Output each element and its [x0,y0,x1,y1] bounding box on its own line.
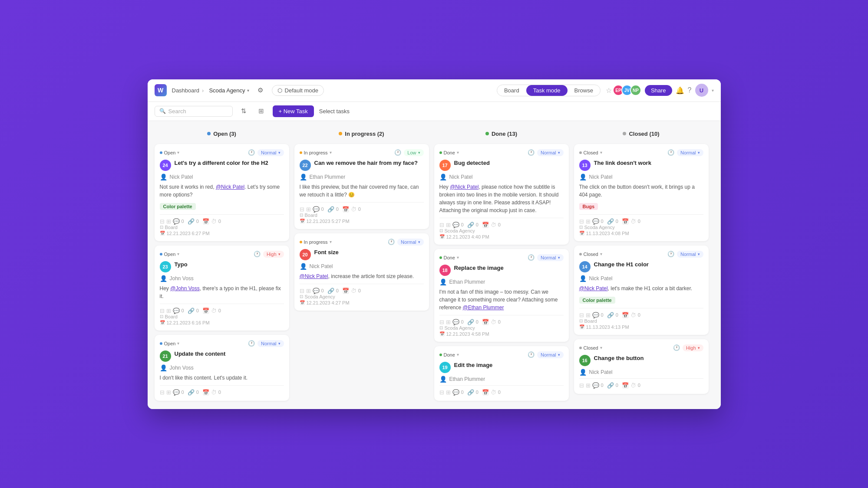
copy-icon-card-17[interactable]: ⊞ [446,222,451,228]
priority-badge-card-24[interactable]: Normal ▾ [257,149,284,156]
calendar-icon-card-24[interactable]: 📅 [202,218,209,225]
card-card-22[interactable]: In progress ▾ 🕐 Low ▾ 22 Can we remove t… [294,144,429,229]
bookmark-icon-card-13[interactable]: ⊟ [579,218,584,225]
calendar-icon-card-22[interactable]: 📅 [342,206,349,213]
time-icon-card-22[interactable]: ⏱ [351,206,356,213]
notifications-button[interactable]: 🔔 [676,86,684,95]
select-tasks-button[interactable]: Select tasks [319,108,350,115]
priority-badge-card-18[interactable]: Normal ▾ [537,254,563,261]
card-card-23[interactable]: Open ▾ 🕐 High ▾ 23 Typo 👤 John Voss Hey [155,246,289,331]
comment-icon-card-20[interactable]: 💬 [313,288,320,294]
time-icon-card-19[interactable]: ⏱ [491,389,496,396]
calendar-icon-card-19[interactable]: 📅 [482,389,489,396]
priority-badge-card-14[interactable]: Normal ▾ [677,251,703,258]
time-icon-card-18[interactable]: ⏱ [491,319,496,325]
time-icon-card-24[interactable]: ⏱ [211,218,217,225]
priority-badge-card-16[interactable]: High ▾ [683,344,703,351]
comment-icon-card-18[interactable]: 💬 [452,319,459,325]
comment-icon-card-16[interactable]: 💬 [592,382,599,389]
sort-button[interactable]: ⇅ [238,105,250,117]
calendar-icon-card-17[interactable]: 📅 [482,222,489,228]
copy-icon-card-18[interactable]: ⊞ [446,319,451,325]
copy-icon-card-14[interactable]: ⊞ [586,312,591,318]
card-status-card-17[interactable]: Done ▾ [439,150,459,155]
calendar-icon-card-23[interactable]: 📅 [202,308,209,314]
search-input[interactable]: Search [168,108,186,115]
share-button[interactable]: Share [645,85,672,96]
card-card-24[interactable]: Open ▾ 🕐 Normal ▾ 24 Let's try a differe… [155,144,289,241]
tab-board[interactable]: Board [497,85,526,96]
search-box[interactable]: 🔍 Search [155,106,233,117]
card-card-20[interactable]: In progress ▾ 🕐 Normal ▾ 20 Font size 👤 … [294,233,429,311]
calendar-icon-card-14[interactable]: 📅 [622,312,629,318]
new-task-button[interactable]: + New Task [273,105,314,117]
card-status-card-24[interactable]: Open ▾ [160,150,180,155]
breadcrumb-home[interactable]: Dashboard [172,87,200,94]
card-card-16[interactable]: Closed ▾ 🕐 High ▾ 16 Change the button 👤… [574,339,709,394]
priority-badge-card-22[interactable]: Low ▾ [404,149,423,156]
bookmark-icon-card-20[interactable]: ⊟ [300,288,304,294]
time-icon-card-14[interactable]: ⏱ [630,312,636,318]
comment-icon-card-21[interactable]: 💬 [173,389,180,396]
priority-badge-card-21[interactable]: Normal ▾ [257,340,284,347]
card-card-18[interactable]: Done ▾ 🕐 Normal ▾ 18 Replace the image 👤… [434,249,569,342]
link-icon-card-17[interactable]: 🔗 [467,222,474,228]
comment-icon-card-24[interactable]: 💬 [173,218,180,225]
bookmark-icon-card-18[interactable]: ⊟ [439,319,444,325]
link-icon-card-21[interactable]: 🔗 [188,389,195,396]
bookmark-icon-card-23[interactable]: ⊟ [160,308,165,314]
bookmark-icon-card-24[interactable]: ⊟ [160,218,165,225]
priority-badge-card-23[interactable]: High ▾ [263,251,284,258]
comment-icon-card-22[interactable]: 💬 [313,206,320,213]
calendar-icon-card-20[interactable]: 📅 [342,288,349,294]
link-icon-card-20[interactable]: 🔗 [327,288,334,294]
card-card-19[interactable]: Done ▾ 🕐 Normal ▾ 19 Edit the image 👤 Et… [434,346,569,401]
copy-icon-card-23[interactable]: ⊞ [166,308,171,314]
card-status-card-14[interactable]: Closed ▾ [579,252,602,257]
comment-icon-card-17[interactable]: 💬 [452,222,459,228]
comment-icon-card-14[interactable]: 💬 [592,312,599,318]
bookmark-icon-card-16[interactable]: ⊟ [579,382,584,389]
breadcrumb-current[interactable]: Scoda Agency ▾ [209,87,249,94]
calendar-icon-card-13[interactable]: 📅 [622,218,629,225]
time-icon-card-17[interactable]: ⏱ [491,222,496,228]
link-icon-card-13[interactable]: 🔗 [607,218,614,225]
priority-badge-card-19[interactable]: Normal ▾ [537,351,563,358]
card-card-21[interactable]: Open ▾ 🕐 Normal ▾ 21 Update the content … [155,335,289,401]
priority-badge-card-13[interactable]: Normal ▾ [677,149,703,156]
help-button[interactable]: ? [688,86,692,94]
copy-icon-card-20[interactable]: ⊞ [306,288,311,294]
comment-icon-card-13[interactable]: 💬 [592,218,599,225]
user-menu-chevron-icon[interactable]: ▾ [712,88,714,93]
link-icon-card-16[interactable]: 🔗 [607,382,614,389]
link-icon-card-23[interactable]: 🔗 [188,308,195,314]
bookmark-icon-card-14[interactable]: ⊟ [579,312,584,318]
settings-button[interactable]: ⚙ [254,84,267,96]
card-status-card-16[interactable]: Closed ▾ [579,345,602,350]
user-avatar[interactable]: U [695,84,708,97]
card-card-13[interactable]: Closed ▾ 🕐 Normal ▾ 13 The link doesn't … [574,144,709,241]
copy-icon-card-21[interactable]: ⊞ [166,389,171,396]
link-icon-card-18[interactable]: 🔗 [467,319,474,325]
copy-icon-card-19[interactable]: ⊞ [446,389,451,396]
time-icon-card-13[interactable]: ⏱ [630,218,636,225]
bookmark-icon-card-22[interactable]: ⊟ [300,206,304,213]
filter-button[interactable]: ⊞ [255,105,267,117]
time-icon-card-21[interactable]: ⏱ [211,389,217,396]
mode-button[interactable]: ⬡ Default mode [272,85,324,96]
priority-badge-card-17[interactable]: Normal ▾ [537,149,563,156]
card-status-card-22[interactable]: In progress ▾ [300,150,332,155]
link-icon-card-22[interactable]: 🔗 [327,206,334,213]
tab-task-mode[interactable]: Task mode [526,85,568,96]
comment-icon-card-19[interactable]: 💬 [452,389,459,396]
tab-browse[interactable]: Browse [568,85,600,96]
bookmark-icon-card-19[interactable]: ⊟ [439,389,444,396]
comment-icon-card-23[interactable]: 💬 [173,308,180,314]
time-icon-card-16[interactable]: ⏱ [630,382,636,389]
bookmark-icon-card-17[interactable]: ⊟ [439,222,444,228]
card-status-card-13[interactable]: Closed ▾ [579,150,602,155]
calendar-icon-card-21[interactable]: 📅 [202,389,209,396]
priority-badge-card-20[interactable]: Normal ▾ [397,239,423,246]
card-card-14[interactable]: Closed ▾ 🕐 Normal ▾ 14 Change the H1 col… [574,246,709,335]
favorite-button[interactable]: ☆ [606,86,612,95]
